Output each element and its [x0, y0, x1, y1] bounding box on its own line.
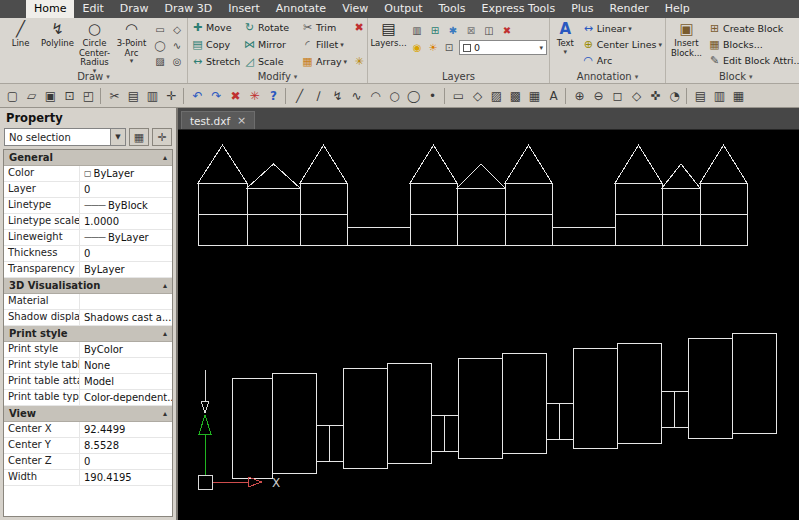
menu-item[interactable]: Draw [112, 0, 157, 18]
property-value[interactable]: Shadows cast a... [80, 310, 172, 325]
cut-icon[interactable]: ✂ [105, 86, 124, 105]
help-icon[interactable]: ? [264, 86, 283, 105]
property-value[interactable] [80, 294, 172, 309]
sun-icon[interactable]: ☀ [425, 40, 441, 55]
print-preview-icon[interactable]: ◰ [79, 86, 98, 105]
hatch-icon[interactable]: ▨ [152, 54, 168, 69]
table-icon[interactable]: ▦ [525, 86, 544, 105]
group-label-layers[interactable]: Layers ▾ [370, 70, 547, 83]
section-header[interactable]: Print style ▴ [4, 326, 172, 342]
menu-item[interactable]: Draw 3D [157, 0, 221, 18]
edit-block-attributes-button[interactable]: ✎ Edit Block Attri... [707, 53, 799, 69]
layers-manager-button[interactable]: ▤ Layers... [370, 19, 407, 70]
insert-block-button[interactable]: ▣ Insert Block... [668, 19, 705, 70]
property-value[interactable]: 0 [80, 182, 172, 197]
menu-item[interactable]: Output [376, 0, 430, 18]
close-icon[interactable]: × [237, 116, 246, 126]
section-header[interactable]: 3D Visualisation ▴ [4, 278, 172, 294]
blocks-icon[interactable]: ▦ [729, 86, 748, 105]
property-value[interactable]: 190.4195 [80, 470, 172, 485]
zoom-window-icon[interactable]: ◻ [608, 86, 627, 105]
move-button[interactable]: ✚ Move ▾ [190, 19, 242, 36]
property-value[interactable]: ——— ByLayer [80, 230, 172, 245]
menu-item[interactable]: Edit [74, 0, 111, 18]
scale-button[interactable]: ◿ Scale ▾ [242, 53, 300, 70]
fillet-button[interactable]: ◜ Fillet ▾ [300, 36, 352, 53]
section-header[interactable]: View ▴ [4, 406, 172, 422]
polygon-icon[interactable]: ◇ [468, 86, 487, 105]
match-properties-icon[interactable]: ✛ [162, 86, 181, 105]
property-value[interactable]: ▢ ByLayer [80, 166, 172, 181]
save-icon[interactable]: ▣ [41, 86, 60, 105]
layers-icon[interactable]: ▤ [691, 86, 710, 105]
circle-icon[interactable]: ○ [385, 86, 404, 105]
erase-icon[interactable]: ✖ [226, 86, 245, 105]
redo-icon[interactable]: ↷ [207, 86, 226, 105]
region-icon[interactable]: ▩ [506, 86, 525, 105]
copy-icon[interactable]: ▤ [124, 86, 143, 105]
layer-states-icon[interactable]: ▥ [409, 23, 425, 38]
copy-button[interactable]: ▤ Copy ▾ [190, 36, 242, 53]
spline-icon[interactable]: ∿ [347, 86, 366, 105]
layer-isolate-icon[interactable]: ◫ [481, 23, 497, 38]
selection-dropdown[interactable]: No selection ▼ [4, 128, 126, 146]
polygon-icon[interactable]: ◇ [169, 22, 185, 37]
rotate-button[interactable]: ↻ Rotate ▾ [242, 19, 300, 36]
property-value[interactable]: Model [80, 374, 172, 389]
property-value[interactable]: 92.4499 [80, 422, 172, 437]
property-value[interactable]: 8.5528 [80, 438, 172, 453]
layer-select[interactable]: 0 ▾ [459, 40, 547, 55]
polyline-button[interactable]: ↯ Polyline ▾ [39, 19, 76, 70]
spline-icon[interactable]: ∿ [169, 38, 185, 53]
erase-button[interactable]: ✖ ▾ [352, 19, 368, 36]
center-lines-button[interactable]: ⊕ Center Lines ▾ [581, 37, 663, 53]
text-icon[interactable]: A [544, 86, 563, 105]
new-icon[interactable]: ▢ [3, 86, 22, 105]
construction-line-icon[interactable]: ∕ [309, 86, 328, 105]
quick-select-button[interactable]: ▦ [129, 128, 149, 146]
blocks-button[interactable]: ▦ Blocks... [707, 37, 799, 53]
undo-icon[interactable]: ↶ [188, 86, 207, 105]
array-button[interactable]: ▦ Array ▾ [300, 53, 352, 70]
linear-dimension-button[interactable]: ↔ Linear ▾ [581, 21, 663, 37]
layer-off-icon[interactable]: ✖ [499, 23, 515, 38]
donut-icon[interactable]: ◎ [169, 54, 185, 69]
polyline-icon[interactable]: ↯ [328, 86, 347, 105]
rectangle-icon[interactable]: ▭ [449, 86, 468, 105]
menu-item[interactable]: Annotate [268, 0, 334, 18]
ellipse-icon[interactable]: ◯ [404, 86, 423, 105]
hatch-icon[interactable]: ▨ [487, 86, 506, 105]
menu-item[interactable]: Plus [563, 0, 601, 18]
property-value[interactable]: ByLayer [80, 262, 172, 277]
ellipse-icon[interactable]: ◯ [152, 38, 168, 53]
trim-button[interactable]: ✂ Trim ▾ [300, 19, 352, 36]
line-button[interactable]: ╱ Line ▾ [2, 19, 39, 70]
properties-icon[interactable]: ▥ [710, 86, 729, 105]
group-label-annotation[interactable]: Annotation ▾ [552, 70, 663, 83]
property-value[interactable]: 0 [80, 246, 172, 261]
menu-item[interactable]: Home [26, 0, 74, 18]
layer-new-icon[interactable]: ⊞ [427, 23, 443, 38]
print-icon[interactable]: ⊡ [60, 86, 79, 105]
menu-item[interactable]: Express Tools [474, 0, 564, 18]
property-value[interactable]: Color-dependent... [80, 390, 172, 405]
open-icon[interactable]: ▱ [22, 86, 41, 105]
paste-icon[interactable]: ▥ [143, 86, 162, 105]
property-value[interactable]: None [80, 358, 172, 373]
group-label-modify[interactable]: Modify ▾ [190, 70, 365, 83]
property-value[interactable]: ——— ByBlock [80, 198, 172, 213]
print-layer-icon[interactable]: ⊡ [441, 40, 457, 55]
create-block-button[interactable]: ⊞ Create Block [707, 21, 799, 37]
bulb-icon[interactable]: ◉ [409, 40, 425, 55]
drawing-svg[interactable]: X [178, 130, 799, 520]
zoom-extents-icon[interactable]: ◇ [627, 86, 646, 105]
property-value[interactable]: 1.0000 [80, 214, 172, 229]
stretch-button[interactable]: ↔ Stretch ▾ [190, 53, 242, 70]
property-value[interactable]: 0 [80, 454, 172, 469]
section-header[interactable]: General ▴ [4, 150, 172, 166]
document-tab[interactable]: test.dxf × [181, 111, 255, 129]
three-point-arc-button[interactable]: ◠ 3-Point Arc ▾ [113, 19, 150, 70]
circle-center-radius-button[interactable]: ○ Circle Center-Radius ▾ [76, 19, 113, 70]
layer-freeze-icon[interactable]: ✱ [445, 23, 461, 38]
pan-icon[interactable]: ✜ [646, 86, 665, 105]
